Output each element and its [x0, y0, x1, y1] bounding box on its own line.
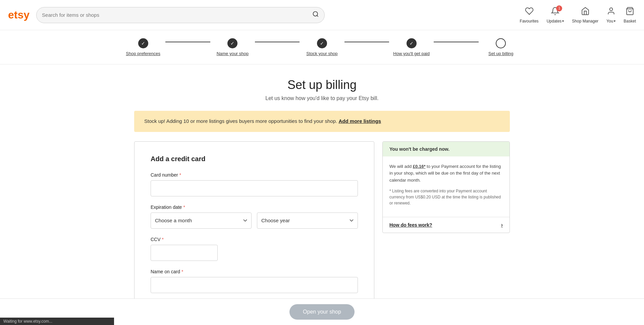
- connector-4: [434, 42, 478, 42]
- info-card: You won't be charged now. We will add £0…: [382, 141, 510, 233]
- nav-favourites[interactable]: Favourites: [520, 7, 539, 24]
- basket-label: Basket: [624, 19, 636, 24]
- progress-section: ✓ Shop preferences ✓ Name your shop ✓ St…: [0, 30, 644, 64]
- search-button[interactable]: [312, 11, 319, 19]
- status-text: Waiting for www.etsy.com...: [3, 319, 52, 324]
- fees-link-text: How do fees work?: [389, 222, 432, 228]
- step-3-label[interactable]: Stock your shop: [306, 51, 337, 56]
- page-title: Set up billing: [134, 78, 510, 92]
- step-3-circle: ✓: [317, 38, 327, 48]
- nav-shop-manager[interactable]: Shop Manager: [572, 7, 598, 24]
- wont-charge-text: You won't be charged now.: [389, 146, 449, 152]
- header: etsy Favourites 1: [0, 0, 644, 30]
- search-input[interactable]: [42, 12, 312, 18]
- expiration-row: Choose a month Choose year: [151, 213, 358, 229]
- form-section: Add a credit card Card number * Expirati…: [134, 141, 510, 318]
- connector-2: [255, 42, 300, 42]
- month-select[interactable]: Choose a month: [151, 213, 252, 229]
- user-icon: [607, 7, 615, 17]
- progress-steps: ✓ Shop preferences ✓ Name your shop ✓ St…: [121, 38, 523, 56]
- info-body-text: We will add: [389, 164, 413, 169]
- fees-chevron-icon: ›: [501, 222, 503, 228]
- required-star-exp: *: [183, 204, 185, 210]
- nav-basket[interactable]: Basket: [624, 7, 636, 24]
- bell-icon: 1: [551, 7, 559, 17]
- etsy-logo[interactable]: etsy: [8, 9, 30, 21]
- step-set-up-billing: Set up billing: [479, 38, 523, 56]
- step-2-label[interactable]: Name your shop: [217, 51, 249, 56]
- header-nav: Favourites 1 Updates ▾ Shop Manager: [520, 7, 636, 24]
- page-heading: Set up billing Let us know how you'd lik…: [134, 78, 510, 101]
- step-5-circle: [496, 38, 506, 48]
- ccv-label: CCV *: [151, 237, 358, 242]
- svg-point-2: [609, 8, 612, 11]
- search-bar-container: [36, 7, 325, 23]
- ccv-group: CCV *: [151, 237, 358, 261]
- info-box: You won't be charged now. We will add £0…: [382, 141, 510, 233]
- svg-point-0: [313, 12, 318, 16]
- expiration-group: Expiration date * Choose a month Choose …: [151, 204, 358, 229]
- step-shop-preferences: ✓ Shop preferences: [121, 38, 165, 56]
- nav-you[interactable]: You ▾: [606, 7, 615, 24]
- main-content: Set up billing Let us know how you'd lik…: [121, 64, 523, 325]
- ccv-input[interactable]: [151, 245, 218, 261]
- name-on-card-label: Name on card *: [151, 269, 358, 274]
- expiration-label: Expiration date *: [151, 204, 358, 210]
- card-number-label: Card number *: [151, 172, 358, 178]
- stock-up-banner: Stock up! Adding 10 or more listings giv…: [134, 111, 510, 132]
- status-bar: Waiting for www.etsy.com...: [0, 318, 114, 325]
- card-number-group: Card number *: [151, 172, 358, 196]
- you-chevron-icon: ▾: [614, 19, 615, 23]
- favourites-label: Favourites: [520, 19, 539, 24]
- required-star-card: *: [179, 172, 181, 178]
- shop-manager-label: Shop Manager: [572, 19, 598, 24]
- updates-badge: 1: [556, 5, 562, 11]
- step-4-label[interactable]: How you'll get paid: [393, 51, 430, 56]
- step-2-circle: ✓: [227, 38, 237, 48]
- add-listings-link[interactable]: Add more listings: [338, 118, 381, 124]
- connector-1: [165, 42, 210, 42]
- info-box-body: We will add £0.16* to your Payment accou…: [383, 156, 509, 217]
- svg-line-1: [317, 15, 318, 17]
- fees-accordion[interactable]: How do fees work? ›: [383, 217, 509, 233]
- basket-icon: [626, 7, 634, 17]
- page-subtitle: Let us know how you'd like to pay your E…: [134, 95, 510, 101]
- name-on-card-input[interactable]: [151, 277, 358, 293]
- updates-label: Updates: [547, 19, 562, 24]
- card-number-input[interactable]: [151, 180, 358, 196]
- search-icon: [312, 11, 319, 17]
- step-1-circle: ✓: [138, 38, 148, 48]
- heart-icon: [525, 7, 534, 17]
- form-heading: Add a credit card: [151, 155, 358, 163]
- info-body-paragraph: We will add £0.16* to your Payment accou…: [389, 163, 503, 184]
- step-5-label[interactable]: Set up billing: [488, 51, 513, 56]
- step-get-paid: ✓ How you'll get paid: [389, 38, 434, 56]
- updates-chevron-icon: ▾: [562, 19, 564, 23]
- banner-text: Stock up! Adding 10 or more listings giv…: [144, 118, 337, 124]
- credit-card-form: Add a credit card Card number * Expirati…: [134, 141, 374, 318]
- name-on-card-group: Name on card *: [151, 269, 358, 293]
- nav-updates[interactable]: 1 Updates ▾: [547, 7, 564, 24]
- info-box-header: You won't be charged now.: [383, 142, 509, 156]
- required-star-name: *: [181, 269, 183, 274]
- shop-icon: [581, 7, 590, 17]
- info-amount: £0.16*: [413, 164, 426, 169]
- step-stock-shop: ✓ Stock your shop: [300, 38, 344, 56]
- required-star-ccv: *: [162, 237, 164, 242]
- step-name-shop: ✓ Name your shop: [210, 38, 255, 56]
- step-1-label[interactable]: Shop preferences: [126, 51, 160, 56]
- info-note: * Listing fees are converted into your P…: [389, 188, 503, 206]
- step-4-circle: ✓: [407, 38, 417, 48]
- year-select[interactable]: Choose year: [257, 213, 358, 229]
- you-label: You: [606, 19, 613, 24]
- open-shop-button[interactable]: Open your shop: [289, 304, 355, 320]
- connector-3: [344, 42, 389, 42]
